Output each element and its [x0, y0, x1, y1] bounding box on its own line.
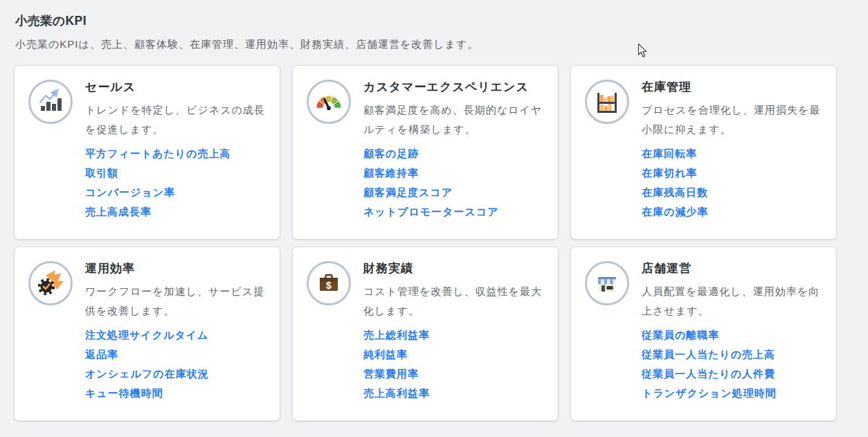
card-links: 在庫回転率在庫切れ率在庫残高日数在庫の減少率 [642, 148, 822, 217]
card-icon-circle [307, 80, 351, 124]
card-body: 店舗運営 人員配置を最適化し、運用効率を向上させます。 従業員の離職率従業員一人… [642, 261, 822, 407]
kpi-link[interactable]: オンシェルフの在庫状況 [85, 368, 208, 380]
kpi-link[interactable]: 在庫残高日数 [642, 186, 708, 198]
kpi-link[interactable]: 注文処理サイクルタイム [85, 329, 208, 341]
card-description: ワークフローを加速し、サービス提供を改善します。 [85, 282, 266, 321]
kpi-link[interactable]: 在庫切れ率 [642, 167, 697, 179]
card-title: 店舗運営 [642, 261, 822, 276]
kpi-card: カスタマーエクスペリエンス 顧客満足度を高め、長期的なロイヤルティを構築します。… [292, 65, 559, 240]
inventory-shelf-icon [593, 88, 621, 116]
card-title: カスタマーエクスペリエンス [363, 80, 544, 95]
card-description: コスト管理を改善し、収益性を最大化します。 [363, 282, 544, 321]
page-title: 小売業のKPI [15, 12, 853, 29]
kpi-link[interactable]: 在庫回転率 [642, 148, 697, 159]
kpi-link[interactable]: トランザクション処理時間 [642, 387, 777, 399]
kpi-link[interactable]: 純利益率 [363, 348, 408, 360]
kpi-link[interactable]: 顧客満足度スコア [363, 186, 453, 198]
kpi-link[interactable]: 売上高成長率 [85, 206, 152, 217]
card-description: プロセスを合理化し、運用損失を最小限に抑えます。 [642, 100, 822, 139]
card-body: セールス トレンドを特定し、ビジネスの成長を促進します。 平方フィートあたりの売… [85, 80, 266, 225]
kpi-link[interactable]: 取引額 [85, 167, 118, 179]
briefcase-dollar-icon: $ [315, 269, 343, 297]
card-links: 平方フィートあたりの売上高取引額コンバージョン率売上高成長率 [85, 148, 266, 217]
kpi-card: 運用効率 ワークフローを加速し、サービス提供を改善します。 注文処理サイクルタイ… [14, 247, 280, 421]
card-title: 在庫管理 [642, 80, 822, 95]
kpi-link[interactable]: ネットプロモータースコア [363, 206, 499, 217]
page-header: 小売業のKPI 小売業のKPIは、売上、顧客体験、在庫管理、運用効率、財務実績、… [0, 0, 868, 51]
kpi-link[interactable]: コンバージョン率 [85, 186, 175, 198]
card-title: 財務実績 [363, 261, 544, 276]
svg-text:$: $ [326, 280, 332, 291]
kpi-link[interactable]: 営業費用率 [363, 368, 419, 380]
card-icon-circle [585, 261, 629, 305]
card-body: カスタマーエクスペリエンス 顧客満足度を高め、長期的なロイヤルティを構築します。… [363, 80, 544, 225]
kpi-card-grid: セールス トレンドを特定し、ビジネスの成長を促進します。 平方フィートあたりの売… [14, 65, 868, 421]
gear-arrows-icon [37, 269, 64, 297]
card-links: 注文処理サイクルタイム返品率オンシェルフの在庫状況キュー待機時間 [85, 329, 266, 399]
card-icon-circle: $ [307, 261, 351, 305]
kpi-card: 在庫管理 プロセスを合理化し、運用損失を最小限に抑えます。 在庫回転率在庫切れ率… [570, 65, 837, 240]
kpi-link[interactable]: 従業員一人当たりの人件費 [642, 368, 775, 380]
kpi-card: 店舗運営 人員配置を最適化し、運用効率を向上させます。 従業員の離職率従業員一人… [570, 247, 837, 421]
card-body: 財務実績 コスト管理を改善し、収益性を最大化します。 売上総利益率純利益率営業費… [363, 261, 544, 407]
kpi-link[interactable]: 顧客維持率 [363, 167, 419, 179]
kpi-link[interactable]: 売上高利益率 [363, 387, 430, 399]
kpi-link[interactable]: 従業員一人当たりの売上高 [642, 348, 775, 360]
storefront-icon [593, 269, 621, 297]
card-icon-circle [28, 80, 73, 124]
card-body: 在庫管理 プロセスを合理化し、運用損失を最小限に抑えます。 在庫回転率在庫切れ率… [642, 80, 822, 225]
card-description: 人員配置を最適化し、運用効率を向上させます。 [642, 282, 822, 321]
card-links: 売上総利益率純利益率営業費用率売上高利益率 [363, 329, 544, 399]
kpi-link[interactable]: 顧客の足跡 [363, 148, 419, 159]
card-description: トレンドを特定し、ビジネスの成長を促進します。 [85, 100, 266, 139]
kpi-link[interactable]: キュー待機時間 [85, 387, 163, 399]
page-subtitle: 小売業のKPIは、売上、顧客体験、在庫管理、運用効率、財務実績、店舗運営を改善し… [15, 38, 853, 51]
card-body: 運用効率 ワークフローを加速し、サービス提供を改善します。 注文処理サイクルタイ… [85, 261, 266, 407]
card-description: 顧客満足度を高め、長期的なロイヤルティを構築します。 [363, 100, 544, 139]
sales-trend-icon [37, 88, 64, 116]
kpi-card: セールス トレンドを特定し、ビジネスの成長を促進します。 平方フィートあたりの売… [14, 65, 280, 240]
kpi-link[interactable]: 返品率 [85, 348, 118, 360]
kpi-link[interactable]: 在庫の減少率 [642, 206, 708, 217]
card-icon-circle [28, 261, 73, 305]
kpi-link[interactable]: 従業員の離職率 [642, 329, 719, 341]
card-links: 顧客の足跡顧客維持率顧客満足度スコアネットプロモータースコア [363, 148, 544, 217]
kpi-card: $ 財務実績 コスト管理を改善し、収益性を最大化します。 売上総利益率純利益率営… [292, 247, 559, 421]
customer-gauge-icon [313, 91, 345, 114]
kpi-link[interactable]: 売上総利益率 [363, 329, 430, 341]
kpi-link[interactable]: 平方フィートあたりの売上高 [85, 148, 230, 159]
card-title: 運用効率 [85, 261, 266, 276]
card-title: セールス [85, 80, 266, 95]
card-links: 従業員の離職率従業員一人当たりの売上高従業員一人当たりの人件費トランザクション処… [642, 329, 822, 399]
card-icon-circle [585, 80, 629, 124]
